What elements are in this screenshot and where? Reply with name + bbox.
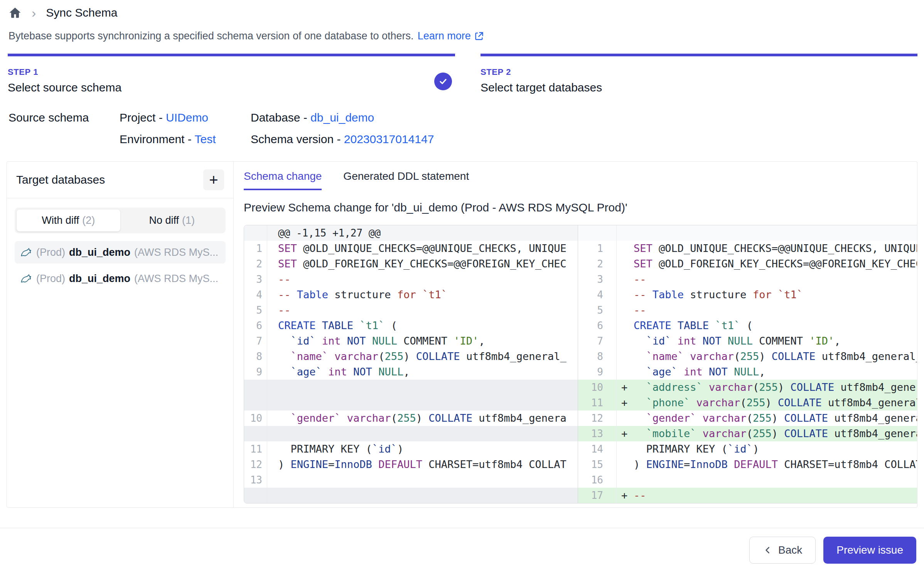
- schema-version-link[interactable]: 20230317014147: [344, 133, 434, 145]
- schema-version-label: Schema version -: [251, 133, 344, 145]
- learn-more-link[interactable]: Learn more: [418, 30, 484, 42]
- tab-no-diff[interactable]: No diff(1): [120, 209, 224, 231]
- code-line: [617, 472, 917, 488]
- line-number: 14: [578, 441, 617, 457]
- database-list-item[interactable]: (Prod) db_ui_demo (AWS RDS MyS...: [15, 241, 226, 264]
- line-number: [244, 426, 267, 441]
- diff-row: 8 `name` varchar(255) COLLATE utf8mb4_ge…: [244, 349, 578, 364]
- diff-row: 16: [578, 472, 917, 488]
- code-line: -- Table structure for `t1`: [267, 287, 578, 302]
- diff-row: 4-- Table structure for `t1`: [578, 287, 917, 302]
- diff-row: 5--: [244, 302, 578, 318]
- database-list-item[interactable]: (Prod) db_ui_demo (AWS RDS MyS...: [15, 267, 226, 290]
- diff-right-pane[interactable]: 1SET @OLD_UNIQUE_CHECKS=@@UNIQUE_CHECKS,…: [578, 225, 917, 503]
- breadcrumb: › Sync Schema: [8, 6, 924, 19]
- project-link[interactable]: UIDemo: [166, 111, 208, 124]
- diff-filter-segmented-control: With diff(2) No diff(1): [15, 208, 226, 233]
- line-number: [578, 225, 617, 241]
- code-line: PRIMARY KEY (`id`): [267, 441, 578, 457]
- code-line: SET @OLD_UNIQUE_CHECKS=@@UNIQUE_CHECKS, …: [617, 241, 917, 256]
- code-line: --: [617, 272, 917, 287]
- code-line: @@ -1,15 +1,27 @@: [267, 225, 578, 241]
- diff-row: 8 `name` varchar(255) COLLATE utf8mb4_ge…: [578, 349, 917, 364]
- mysql-dolphin-icon: [20, 272, 32, 285]
- footer-actions: Back Preview issue: [0, 537, 916, 564]
- line-number: 9: [244, 364, 267, 380]
- code-line: `name` varchar(255) COLLATE utf8mb4_gene…: [617, 349, 917, 364]
- diff-left-pane[interactable]: @@ -1,15 +1,27 @@1SET @OLD_UNIQUE_CHECKS…: [244, 225, 578, 503]
- diff-row: 11 `phone` varchar(255) COLLATE utf8mb4_…: [578, 395, 917, 411]
- page-title: Sync Schema: [46, 6, 117, 19]
- diff-row: 7 `id` int NOT NULL COMMENT 'ID',: [244, 333, 578, 349]
- line-number: 2: [578, 256, 617, 272]
- code-line: SET @OLD_FOREIGN_KEY_CHECKS=@@FOREIGN_KE…: [617, 256, 917, 272]
- tab-schema-change[interactable]: Schema change: [244, 170, 322, 190]
- diff-row: 15) ENGINE=InnoDB DEFAULT CHARSET=utf8mb…: [578, 457, 917, 472]
- line-number: 6: [244, 318, 267, 333]
- line-number: 6: [578, 318, 617, 333]
- add-target-database-button[interactable]: +: [203, 169, 224, 190]
- line-number: 5: [578, 302, 617, 318]
- tab-generated-ddl[interactable]: Generated DDL statement: [343, 170, 469, 190]
- line-number: 3: [244, 272, 267, 287]
- database-instance: (AWS RDS MyS...: [134, 273, 218, 285]
- with-diff-count: (2): [82, 215, 95, 226]
- home-icon[interactable]: [8, 6, 22, 19]
- diff-row: 6CREATE TABLE `t1` (: [244, 318, 578, 333]
- preview-heading: Preview Schema change for 'db_ui_demo (P…: [244, 201, 917, 214]
- source-environment: Environment - Test: [120, 133, 251, 146]
- source-project: Project - UIDemo: [120, 111, 251, 124]
- code-line: [267, 380, 578, 395]
- diff-row: [244, 395, 578, 411]
- step-1: STEP 1 Select source schema: [8, 54, 455, 94]
- code-line: [617, 225, 917, 241]
- diff-row: 17--+: [578, 488, 917, 503]
- learn-more-label: Learn more: [418, 30, 471, 42]
- diff-row: @@ -1,15 +1,27 @@: [244, 225, 578, 241]
- with-diff-label: With diff: [42, 215, 79, 226]
- back-button[interactable]: Back: [749, 537, 816, 564]
- diff-row: 1SET @OLD_UNIQUE_CHECKS=@@UNIQUE_CHECKS,…: [578, 241, 917, 256]
- diff-row: 12) ENGINE=InnoDB DEFAULT CHARSET=utf8mb…: [244, 457, 578, 472]
- diff-row: 6CREATE TABLE `t1` (: [578, 318, 917, 333]
- source-schema-version: Schema version - 20230317014147: [251, 133, 924, 146]
- target-databases-panel: Target databases + With diff(2) No diff(…: [7, 162, 234, 507]
- added-line-marker: +: [621, 488, 627, 503]
- no-diff-count: (1): [182, 215, 195, 226]
- line-number: 12: [244, 457, 267, 472]
- line-number: 16: [578, 472, 617, 488]
- line-number: 2: [244, 256, 267, 272]
- step-1-label: STEP 1: [8, 67, 455, 77]
- code-line: `gender` varchar(255) COLLATE utf8mb4_ge…: [267, 411, 578, 426]
- no-diff-label: No diff: [149, 215, 179, 226]
- line-number: 13: [244, 472, 267, 488]
- diff-row: 13 `mobile` varchar(255) COLLATE utf8mb4…: [578, 426, 917, 441]
- code-line: ) ENGINE=InnoDB DEFAULT CHARSET=utf8mb4 …: [267, 457, 578, 472]
- preview-tabs: Schema change Generated DDL statement: [244, 170, 917, 190]
- preview-issue-button[interactable]: Preview issue: [823, 537, 916, 564]
- check-icon: [438, 76, 448, 86]
- tab-with-diff[interactable]: With diff(2): [17, 209, 120, 231]
- source-schema-summary: Source schema Project - UIDemo Database …: [8, 111, 924, 146]
- code-line: --: [617, 302, 917, 318]
- line-number: 7: [244, 333, 267, 349]
- diff-row: 7 `id` int NOT NULL COMMENT 'ID',: [578, 333, 917, 349]
- database-link[interactable]: db_ui_demo: [310, 111, 374, 124]
- code-line: ) ENGINE=InnoDB DEFAULT CHARSET=utf8mb4 …: [617, 457, 917, 472]
- line-number: 5: [244, 302, 267, 318]
- code-line: `phone` varchar(255) COLLATE utf8mb4_gen…: [617, 395, 917, 411]
- line-number: 15: [578, 457, 617, 472]
- step-2-label: STEP 2: [481, 67, 917, 77]
- schema-diff-editor: @@ -1,15 +1,27 @@1SET @OLD_UNIQUE_CHECKS…: [244, 225, 917, 503]
- sync-main-panel: Target databases + With diff(2) No diff(…: [7, 161, 917, 508]
- line-number: 11: [578, 395, 617, 411]
- database-instance: (AWS RDS MyS...: [134, 247, 218, 258]
- step-2-title: Select target databases: [481, 81, 917, 94]
- code-line: `name` varchar(255) COLLATE utf8mb4_gene…: [267, 349, 578, 364]
- code-line: --: [267, 302, 578, 318]
- environment-link[interactable]: Test: [195, 133, 216, 145]
- line-number: 8: [578, 349, 617, 364]
- diff-row: 14 PRIMARY KEY (`id`): [578, 441, 917, 457]
- diff-row: [244, 426, 578, 441]
- source-database: Database - db_ui_demo: [251, 111, 924, 124]
